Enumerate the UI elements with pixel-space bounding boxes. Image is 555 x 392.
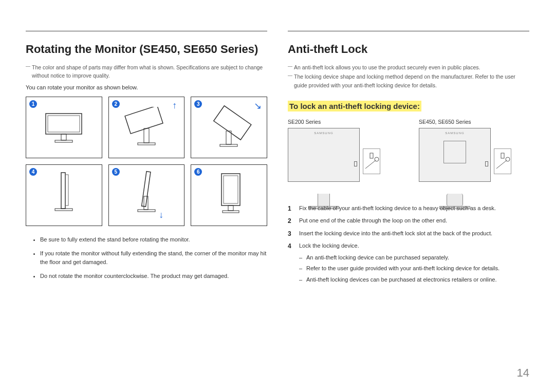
substep-2: Refer to the user guide provided with yo… [299,264,529,273]
series-label-se200: SE200 Series [288,119,398,125]
svg-rect-2 [61,134,66,140]
note-lock-2: The locking device shape and locking met… [288,72,529,89]
bullet-3: Do not rotate the monitor counterclockwi… [40,272,267,281]
rotation-step-4: 4 [26,164,102,226]
rotation-step-2: 2 ↑ [108,97,185,158]
diagram-se200: SAMSUNG [288,128,398,195]
heading-antitheft: Anti-theft Lock [288,43,529,56]
svg-rect-15 [138,210,155,212]
lock-substeps: An anti-theft locking device can be purc… [299,253,529,284]
svg-point-25 [506,157,510,161]
svg-rect-3 [55,140,72,142]
rotation-grid: 1 2 ↑ 3 ↘ 4 5 ↓ 6 [26,97,267,226]
heading-rotating: Rotating the Monitor (SE450, SE650 Serie… [26,43,267,56]
arrow-rotate-icon: ↘ [254,100,262,111]
bullet-2: If you rotate the monitor without fully … [40,249,267,267]
svg-rect-9 [220,144,237,146]
step-2: Put one end of the cable through the loo… [288,216,529,225]
arrow-up-icon: ↑ [172,100,177,111]
lock-detail-se200 [363,148,380,174]
svg-rect-1 [48,116,80,132]
intro-rotate: You can rotate your monitor as shown bel… [26,84,267,90]
svg-rect-5 [144,128,149,143]
page-number: 14 [517,366,529,380]
lock-detail-se450 [494,148,511,174]
bullet-1: Be sure to fully extend the stand before… [40,235,267,244]
svg-rect-10 [61,173,65,209]
step-4-text: Lock the locking device. [299,242,359,249]
subheading-lock: To lock an anti-theft locking device: [288,101,421,111]
rotation-step-6: 6 [191,164,267,226]
note-disclaimer: The color and shape of parts may differ … [26,63,267,80]
substep-3: Anti-theft locking devices can be purcha… [299,275,529,284]
svg-rect-17 [224,176,238,203]
svg-rect-13 [142,171,151,206]
svg-rect-6 [138,143,155,145]
substep-1: An anti-theft locking device can be purc… [299,253,529,262]
svg-rect-19 [223,211,239,213]
rotation-step-5: 5 ↓ [108,164,185,226]
svg-rect-16 [221,174,240,206]
rotation-step-3: 3 ↘ [191,97,267,158]
svg-rect-7 [213,105,251,139]
svg-rect-18 [228,206,233,211]
note-lock-1: An anti-theft lock allows you to use the… [288,63,529,71]
step-1: Fix the cable of your anti-theft locking… [288,204,529,213]
svg-point-22 [375,157,379,161]
rotation-bullets: Be sure to fully extend the stand before… [26,235,267,281]
left-column: Rotating the Monitor (SE450, SE650 Serie… [26,31,267,288]
svg-line-21 [365,160,376,169]
rotation-step-1: 1 [26,97,102,158]
svg-rect-11 [65,175,68,206]
svg-line-24 [496,160,507,169]
step-4: Lock the locking device. An anti-theft l… [288,241,529,284]
series-label-se450: SE450, SE650 Series [419,119,529,125]
arrow-down-icon: ↓ [159,210,163,220]
svg-rect-0 [46,114,82,134]
diagram-se450: SAMSUNG [419,128,529,195]
series-diagrams: SE200 Series SAMSUNG S [288,119,529,195]
right-column: Anti-theft Lock An anti-theft lock allow… [288,31,529,288]
step-3: Insert the locking device into the anti-… [288,229,529,238]
svg-rect-20 [370,153,373,158]
lock-steps: Fix the cable of your anti-theft locking… [288,204,529,284]
svg-rect-23 [501,153,504,158]
